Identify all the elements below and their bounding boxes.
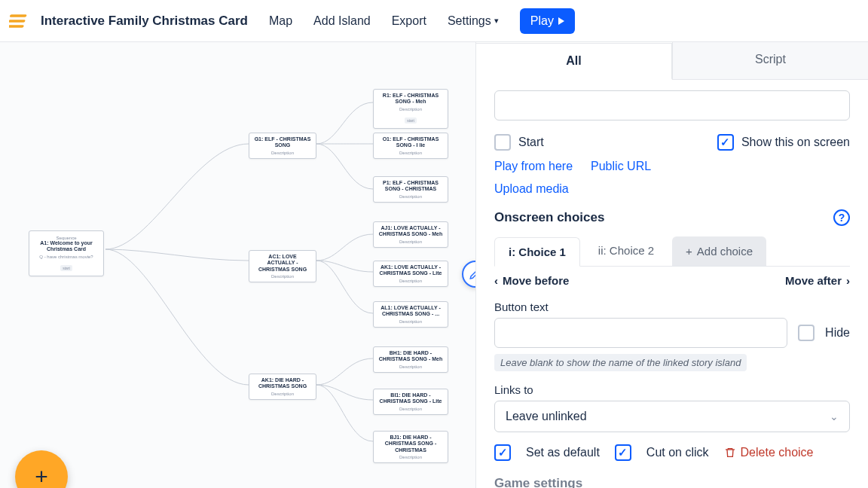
button-text-label: Button text [494, 300, 850, 313]
play-icon [558, 17, 564, 25]
cut-on-click-label: Cut on click [646, 446, 709, 459]
map-canvas[interactable]: Sequence A1: Welcome to your Christmas C… [0, 42, 476, 488]
tab-script[interactable]: Script [672, 42, 868, 79]
hide-checkbox[interactable] [798, 325, 815, 341]
chevron-down-icon: ▾ [494, 16, 499, 26]
trash-icon [724, 447, 736, 459]
cut-on-click-checkbox[interactable] [615, 444, 631, 461]
button-text-input[interactable] [494, 318, 787, 348]
choice-tabs: i: Choice 1 ii: Choice 2 +Add choice [494, 236, 850, 267]
node-bh1[interactable]: BH1: DIE HARD - CHRISTMAS SONG - Meh Des… [373, 346, 448, 373]
nav-export[interactable]: Export [384, 10, 434, 32]
panel-body: Start Show this on screen Play from here… [476, 80, 868, 488]
help-icon[interactable]: ? [833, 209, 850, 226]
node-al1[interactable]: AL1: LOVE ACTUALLY - CHRISTMAS SONG - ..… [373, 301, 448, 328]
plus-icon: + [686, 245, 692, 258]
move-before-link[interactable]: ‹Move before [494, 274, 569, 287]
chevron-right-icon: › [846, 274, 850, 287]
nav-settings[interactable]: Settings▾ [440, 10, 506, 32]
node-ak2[interactable]: AK1: LOVE ACTUALLY - CHRISTMAS SONG - Li… [373, 261, 448, 287]
node-aj1[interactable]: AJ1: LOVE ACTUALLY - CHRISTMAS SONG - Me… [373, 221, 448, 248]
links-to-label: Links to [494, 383, 850, 396]
start-checkbox[interactable] [494, 134, 511, 151]
node-g1[interactable]: G1: ELF - CHRISTMAS SONG Description [249, 133, 316, 159]
app-logo [9, 11, 30, 32]
show-on-screen-checkbox[interactable] [717, 134, 734, 151]
play-button[interactable]: Play [520, 8, 575, 34]
node-a1[interactable]: Sequence A1: Welcome to your Christmas C… [29, 230, 104, 276]
choice-tab-2[interactable]: ii: Choice 2 [585, 236, 668, 266]
node-p1[interactable]: P1: ELF - CHRISTMAS SONG - CHRISTMAS Des… [373, 176, 448, 203]
chevron-down-icon: ⌄ [830, 410, 839, 422]
description-input[interactable] [494, 90, 850, 120]
node-o1[interactable]: O1: ELF - CHRISTMAS SONG - I lie Descrip… [373, 133, 448, 159]
delete-choice-link[interactable]: Delete choice [724, 446, 814, 459]
node-bi1[interactable]: BI1: DIE HARD - CHRISTMAS SONG - Lite De… [373, 389, 448, 415]
play-from-here-link[interactable]: Play from here [494, 160, 573, 173]
inspector-panel: All Script Start Show this on screen Pla… [476, 42, 868, 488]
move-after-link[interactable]: Move after› [785, 274, 850, 287]
node-r1[interactable]: R1: ELF - CHRISTMAS SONG - Meh Descripti… [373, 89, 448, 129]
main-split: Sequence A1: Welcome to your Christmas C… [0, 42, 868, 488]
set-default-label: Set as default [526, 446, 600, 459]
upload-media-link[interactable]: Upload media [494, 182, 569, 196]
game-settings-heading: Game settings [494, 476, 582, 488]
add-choice-tab[interactable]: +Add choice [672, 236, 766, 266]
panel-tabs: All Script [476, 42, 868, 80]
project-title: Interactive Family Christmas Card [41, 14, 248, 29]
node-bj1[interactable]: BJ1: DIE HARD - CHRISTMAS SONG - CHRISTM… [373, 431, 448, 463]
set-default-checkbox[interactable] [494, 444, 511, 461]
app-header: Interactive Family Christmas Card Map Ad… [0, 0, 868, 42]
public-url-link[interactable]: Public URL [591, 160, 651, 173]
node-ak1[interactable]: AK1: DIE HARD - CHRISTMAS SONG Descripti… [249, 374, 316, 400]
links-to-select[interactable]: Leave unlinked ⌄ [494, 401, 850, 432]
tab-all[interactable]: All [476, 43, 672, 80]
hide-label: Hide [825, 326, 850, 340]
show-on-screen-label: Show this on screen [741, 136, 850, 149]
nav-map[interactable]: Map [261, 10, 300, 32]
button-text-hint: Leave blank to show the name of the link… [494, 354, 747, 371]
choice-tab-1[interactable]: i: Choice 1 [494, 237, 580, 267]
onscreen-choices-heading: Onscreen choices [494, 210, 604, 225]
start-label: Start [518, 136, 544, 149]
nav-add-island[interactable]: Add Island [306, 10, 378, 32]
node-ac1[interactable]: AC1: LOVE ACTUALLY - CHRISTMAS SONG Desc… [249, 250, 316, 282]
chevron-left-icon: ‹ [494, 274, 498, 287]
